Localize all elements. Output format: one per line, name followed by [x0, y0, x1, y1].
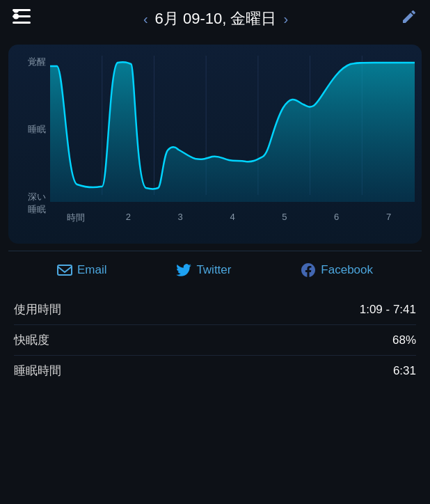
date-title: 6月 09-10, 金曜日 — [155, 8, 277, 29]
twitter-label: Twitter — [196, 263, 231, 277]
stat-value-quality: 68% — [392, 333, 416, 347]
svg-point-4 — [13, 14, 19, 19]
stat-label-usage: 使用時間 — [14, 301, 61, 317]
stat-value-duration: 6:31 — [393, 364, 416, 378]
svg-rect-11 — [58, 265, 72, 275]
x-label-6: 6 — [310, 212, 363, 224]
stat-row-quality: 快眠度 68% — [14, 325, 416, 356]
y-label-awake: 覚醒 — [15, 56, 46, 68]
email-share-button[interactable]: Email — [57, 262, 107, 278]
facebook-share-button[interactable]: Facebook — [301, 262, 373, 278]
x-label-2: 2 — [102, 212, 154, 224]
twitter-share-button[interactable]: Twitter — [176, 262, 231, 278]
x-label-4: 4 — [207, 212, 259, 224]
stat-row-duration: 睡眠時間 6:31 — [14, 356, 416, 386]
stat-label-duration: 睡眠時間 — [14, 363, 61, 379]
email-label: Email — [77, 263, 107, 277]
menu-icon[interactable] — [13, 9, 31, 29]
y-axis: 覚醒 睡眠 深い 睡眠 — [15, 56, 50, 237]
y-label-deep: 深い 睡眠 — [15, 191, 46, 216]
edit-button[interactable] — [401, 8, 417, 29]
x-label-7: 7 — [363, 212, 415, 224]
stat-label-quality: 快眠度 — [14, 332, 49, 348]
sleep-svg — [50, 56, 415, 209]
facebook-icon — [301, 262, 316, 278]
y-label-sleep: 睡眠 — [15, 123, 46, 136]
share-bar: Email Twitter Facebook — [8, 251, 422, 288]
facebook-label: Facebook — [321, 263, 373, 277]
x-label-time: 時間 — [50, 212, 102, 224]
stats-section: 使用時間 1:09 - 7:41 快眠度 68% 睡眠時間 6:31 — [0, 288, 430, 393]
twitter-icon — [176, 262, 191, 278]
stat-row-usage: 使用時間 1:09 - 7:41 — [14, 294, 416, 325]
prev-button[interactable]: ‹ — [143, 11, 148, 27]
svg-rect-2 — [13, 22, 31, 24]
header: ‹ 6月 09-10, 金曜日 › — [0, 0, 430, 38]
chart-plot: 時間 2 3 4 5 6 7 — [50, 56, 415, 237]
header-date-nav: ‹ 6月 09-10, 金曜日 › — [143, 8, 288, 29]
email-icon — [57, 262, 72, 278]
x-axis: 時間 2 3 4 5 6 7 — [50, 209, 415, 224]
x-label-3: 3 — [154, 212, 207, 224]
sleep-chart-card: 覚醒 睡眠 深い 睡眠 — [8, 45, 422, 244]
svg-point-3 — [13, 9, 19, 13]
stat-value-usage: 1:09 - 7:41 — [360, 303, 416, 317]
x-label-5: 5 — [258, 212, 310, 224]
next-button[interactable]: › — [283, 11, 288, 27]
